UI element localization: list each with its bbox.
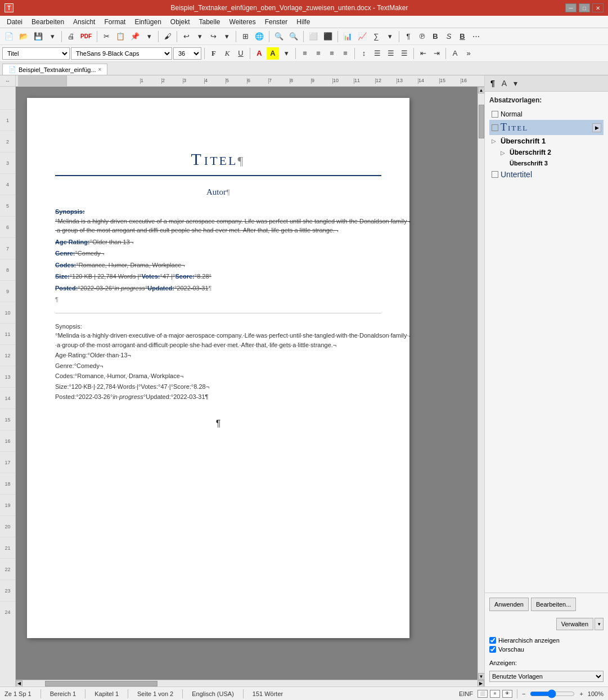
normal-checkbox[interactable] [492,111,498,118]
close-button[interactable]: ✕ [592,3,604,12]
expand-icon-1[interactable]: ▷ [492,138,498,144]
menu-fenster[interactable]: Fenster [260,17,292,27]
search-button[interactable]: 🔍 [272,30,286,43]
scroll-thumb[interactable] [479,105,484,138]
font-color-button[interactable]: A [253,47,265,60]
align-center[interactable]: ≡ [312,47,325,60]
apply-button[interactable]: Anwenden [489,598,529,611]
zoom-plus[interactable]: + [579,690,583,697]
restore-button[interactable]: □ [579,3,590,12]
menu-weiteres[interactable]: Weiteres [225,17,260,27]
view-web-icon[interactable]: ≡ [490,690,500,698]
chart-button[interactable]: 📊 [341,30,354,43]
redo-dropdown[interactable]: ▾ [220,30,233,43]
list-numbered[interactable]: ☰ [385,47,397,60]
view-normal-icon[interactable]: ⬜ [478,690,488,698]
formula-button[interactable]: ∑ [370,30,382,43]
preview-checkbox[interactable] [489,646,496,653]
char-style[interactable]: A [449,47,461,60]
tab-close-button[interactable]: × [98,66,102,73]
cursor-position[interactable]: ¶ [55,419,381,429]
document-tab[interactable]: 📄 Beispiel_Textnaker_einfüg... × [2,64,107,75]
style-item-ueberschrift3[interactable]: Überschrift 3 [507,158,604,168]
zoom-minus[interactable]: − [522,690,525,697]
open-button[interactable]: 📂 [17,30,30,43]
menu-format[interactable]: Format [100,17,130,27]
cut-button[interactable]: ✂ [100,30,112,43]
highlight-dropdown[interactable]: ▾ [280,47,292,60]
undo-dropdown[interactable]: ▾ [193,30,206,43]
list-bullet[interactable]: ☰ [371,47,384,60]
save-dropdown[interactable]: ▾ [46,30,58,43]
titel-arrow-button[interactable]: ▶ [592,123,601,132]
manage-button[interactable]: Verwalten [556,618,593,630]
menu-ansicht[interactable]: Ansicht [69,17,100,27]
doc-scroll-content[interactable]: TITEL¶ Autor¶ Synopsis:°Melinda·is·a·hig… [16,87,478,680]
style-item-normal[interactable]: Normal [489,109,604,120]
highlight-button[interactable]: A [267,47,279,60]
h-scroll-track[interactable] [22,680,478,687]
indent-decrease[interactable]: ⇤ [417,47,429,60]
style-item-untertitel[interactable]: Untertitel [489,168,604,181]
print-button[interactable]: 🖨 [65,30,77,43]
view-normal[interactable]: ⊞ [239,30,251,43]
view-web[interactable]: 🌐 [253,30,266,43]
scroll-track[interactable] [478,93,485,673]
menu-objekt[interactable]: Objekt [166,17,195,27]
pdf-button[interactable]: PDF [78,30,94,43]
format-painter[interactable]: 🖌 [161,30,174,43]
align-right[interactable]: ≡ [326,47,338,60]
more-btn[interactable]: ⋯ [470,30,482,43]
panel-dropdown-arrow[interactable]: ▾ [512,78,519,89]
edit-button[interactable]: Bearbeiten... [531,598,576,611]
paragraph-mark[interactable]: ℗ [416,30,428,43]
bold-button[interactable]: F [208,47,220,60]
style-item-ueberschrift1[interactable]: ▷ Überschrift 1 [489,135,604,147]
paste-dropdown[interactable]: ▾ [143,30,155,43]
align-justify[interactable]: ≡ [339,47,352,60]
more-format[interactable]: » [462,47,475,60]
minimize-button[interactable]: ─ [565,3,577,12]
line-spacing[interactable]: ↕ [358,47,370,60]
horizontal-scrollbar[interactable]: ◀ ▶ [16,680,484,686]
chart2-button[interactable]: 📈 [355,30,369,43]
scroll-right-button[interactable]: ▶ [478,680,484,687]
search-replace[interactable]: 🔍 [287,30,300,43]
new-button[interactable]: 📄 [2,30,16,43]
scroll-left-button[interactable]: ◀ [16,680,22,687]
hierarchical-checkbox[interactable] [489,637,496,644]
font-dropdown[interactable]: TheSans 9-Black Caps [71,47,172,60]
align-left[interactable]: ≡ [299,47,311,60]
style-dropdown[interactable]: Titel [2,47,70,60]
scroll-up-button[interactable]: ▲ [478,87,485,93]
style-item-ueberschrift2[interactable]: ▷ Überschrift 2 [498,147,604,158]
menu-datei[interactable]: Datei [2,17,27,27]
redo-button[interactable]: ↪ [207,30,219,43]
paragraph-panel-icon[interactable]: ¶ [489,78,496,89]
style-sm2[interactable]: B [456,30,469,43]
zoom-slider[interactable] [530,691,575,697]
view-read-icon[interactable]: 👁 [502,690,512,698]
char-panel-icon[interactable]: A [501,78,508,89]
menu-tabelle[interactable]: Tabelle [195,17,225,27]
list-outline[interactable]: ☰ [398,47,411,60]
document-page[interactable]: TITEL¶ Autor¶ Synopsis:°Melinda·is·a·hig… [27,98,409,638]
indent-increase[interactable]: ⇥ [430,47,443,60]
untertitel-checkbox[interactable] [492,171,498,178]
menu-einfuegen[interactable]: Einfügen [130,17,165,27]
scroll-down-button[interactable]: ▼ [478,673,485,680]
table-button[interactable]: ⬛ [321,30,335,43]
frame-button[interactable]: ⬜ [307,30,320,43]
style-item-titel[interactable]: Titel ▶ [489,120,604,135]
pilcrow-button[interactable]: ¶ [402,30,415,43]
h-scroll-thumb[interactable] [45,681,157,686]
vertical-scrollbar[interactable]: ▲ ▼ [478,87,484,680]
expand-icon-2[interactable]: ▷ [501,150,507,156]
paste-button[interactable]: 📌 [128,30,142,43]
undo-button[interactable]: ↩ [180,30,192,43]
font-size-dropdown[interactable]: 36 [173,47,201,60]
copy-button[interactable]: 📋 [114,30,127,43]
menu-bearbeiten[interactable]: Bearbeiten [27,17,69,27]
display-select[interactable]: Benutzte Vorlagen Alle Vorlagen Eigene V… [489,671,604,682]
titel-checkbox[interactable] [492,124,498,131]
